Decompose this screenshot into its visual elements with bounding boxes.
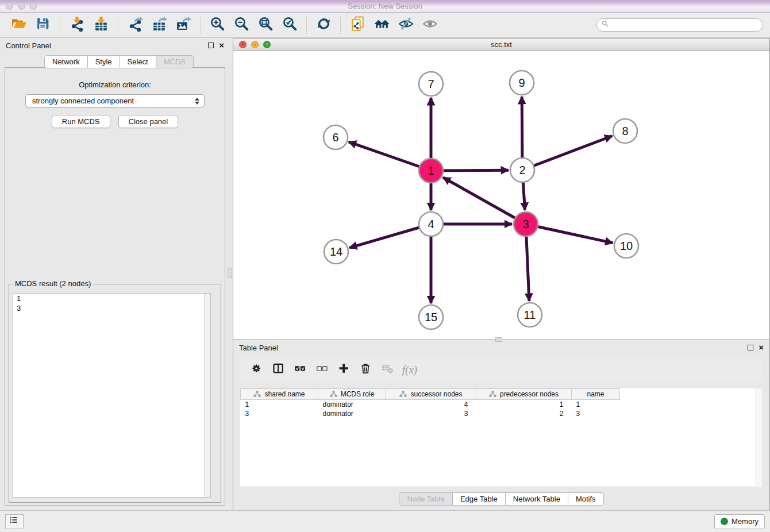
table-row[interactable]: 1dominator411 [241, 400, 620, 409]
network-view-panel: × − + scc.txt 7968124314101511 [233, 38, 770, 340]
svg-text:11: 11 [524, 309, 536, 321]
node-15[interactable]: 15 [419, 305, 443, 329]
node-2[interactable]: 2 [510, 158, 534, 182]
duplicate-network-button[interactable] [347, 16, 368, 35]
table-cell[interactable]: 3 [572, 409, 620, 418]
column-header-successor-nodes[interactable]: successor nodes [386, 389, 476, 400]
show-all-button[interactable] [419, 16, 440, 35]
column-layout-button[interactable] [268, 360, 290, 380]
horizontal-splitter-handle[interactable] [495, 337, 502, 342]
mcds-result-list[interactable]: 13 [13, 293, 211, 498]
zoom-fit-button[interactable] [255, 16, 276, 35]
node-3[interactable]: 3 [514, 212, 538, 236]
node-8[interactable]: 8 [613, 119, 637, 143]
search-icon [602, 20, 610, 30]
eye-slash-icon [398, 16, 414, 34]
table-panel: Table Panel × f(x) shared nameMCDS roles… [233, 340, 770, 510]
export-image-icon [176, 16, 191, 34]
edge-2-8[interactable] [522, 136, 613, 171]
tab-select[interactable]: Select [120, 55, 156, 68]
select-all-button[interactable] [290, 360, 311, 380]
close-table-panel-icon[interactable]: × [759, 345, 764, 350]
column-header-predecessor-nodes[interactable]: predecessor nodes [476, 389, 572, 400]
node-9[interactable]: 9 [510, 71, 534, 95]
table-cell[interactable]: 1 [241, 400, 318, 409]
column-header-name[interactable]: name [572, 389, 620, 400]
table-cell[interactable]: 1 [476, 400, 572, 409]
edge-3-10[interactable] [526, 224, 613, 243]
table-cell[interactable]: dominator [318, 409, 386, 418]
toolbar-separator [200, 17, 201, 34]
tab-style[interactable]: Style [88, 55, 120, 68]
zoom-selected-button[interactable] [279, 16, 300, 35]
table-tab-network-table[interactable]: Network Table [506, 492, 568, 506]
delete-column-button[interactable] [355, 360, 377, 380]
import-network-button[interactable] [67, 16, 87, 35]
refresh-layout-button[interactable] [313, 16, 334, 35]
svg-text:2: 2 [519, 164, 525, 176]
table-cell[interactable]: 1 [572, 400, 620, 409]
search-input[interactable] [613, 21, 758, 29]
table-cell[interactable]: 2 [476, 409, 572, 418]
export-table-button[interactable] [149, 16, 170, 35]
panel-selector-button[interactable] [5, 514, 24, 529]
table-cell[interactable]: 4 [386, 400, 476, 409]
deselect-all-button[interactable] [311, 360, 333, 380]
node-11[interactable]: 11 [518, 303, 542, 327]
result-scrollbar[interactable] [204, 294, 210, 497]
close-panel-button[interactable]: Close panel [118, 115, 179, 128]
column-header-shared-name[interactable]: shared name [241, 389, 318, 400]
node-14[interactable]: 14 [324, 240, 348, 264]
zoom-selected-icon [282, 16, 298, 34]
table-toolbar: f(x) [240, 358, 762, 382]
table-row[interactable]: 3dominator323 [241, 409, 620, 418]
edge-3-1[interactable] [443, 178, 526, 224]
optimization-criterion-select[interactable]: strongly connected component [25, 94, 205, 107]
zoom-in-button[interactable] [207, 16, 228, 35]
column-header-MCDS-role[interactable]: MCDS role [318, 389, 386, 400]
node-10[interactable]: 10 [614, 234, 638, 258]
tab-network[interactable]: Network [44, 55, 88, 68]
node-1[interactable]: 1 [419, 159, 443, 183]
search-box[interactable] [596, 18, 763, 32]
import-table-icon [94, 16, 109, 34]
column-label: successor nodes [410, 390, 462, 398]
hide-selected-button[interactable] [395, 16, 416, 35]
open-session-button[interactable] [9, 16, 29, 35]
first-neighbors-button[interactable] [371, 16, 392, 35]
network-canvas[interactable]: 7968124314101511 [233, 51, 769, 340]
table-panel-title: Table Panel [239, 344, 278, 352]
node-7[interactable]: 7 [419, 72, 443, 96]
delete-table-button [377, 360, 399, 380]
import-table-button[interactable] [91, 16, 111, 35]
run-mcds-button[interactable]: Run MCDS [52, 115, 110, 128]
float-table-panel-icon[interactable] [748, 345, 753, 350]
table-cell[interactable]: 3 [386, 409, 476, 418]
table-tab-node-table[interactable]: Node Table [399, 492, 453, 506]
mcds-result-title: MCDS result (2 nodes) [13, 279, 93, 288]
close-panel-icon[interactable]: × [219, 43, 224, 48]
toolbar-separator [118, 17, 118, 34]
node-6[interactable]: 6 [324, 125, 348, 149]
node-4[interactable]: 4 [419, 212, 443, 236]
column-label: name [587, 390, 604, 398]
float-panel-icon[interactable] [208, 43, 214, 48]
table-settings-button[interactable] [246, 360, 268, 380]
optimization-criterion-label: Optimization criterion: [5, 80, 225, 89]
vertical-splitter-handle[interactable] [228, 268, 232, 278]
export-image-button[interactable] [173, 16, 194, 35]
tab-mcds[interactable]: MCDS [156, 55, 194, 68]
table-tab-edge-table[interactable]: Edge Table [453, 492, 506, 506]
network-view-titlebar[interactable]: × − + scc.txt [233, 38, 769, 51]
table-cell[interactable]: dominator [318, 400, 386, 409]
table-scrollbar[interactable] [756, 388, 762, 487]
table-delete-icon [382, 363, 394, 377]
zoom-out-button[interactable] [231, 16, 252, 35]
add-column-button[interactable] [333, 360, 355, 380]
memory-button[interactable]: Memory [714, 514, 765, 529]
table-cell[interactable]: 3 [241, 409, 318, 418]
edge-1-6[interactable] [349, 142, 431, 171]
save-session-button[interactable] [33, 16, 53, 35]
export-network-button[interactable] [125, 16, 145, 35]
table-tab-motifs[interactable]: Motifs [568, 492, 604, 506]
